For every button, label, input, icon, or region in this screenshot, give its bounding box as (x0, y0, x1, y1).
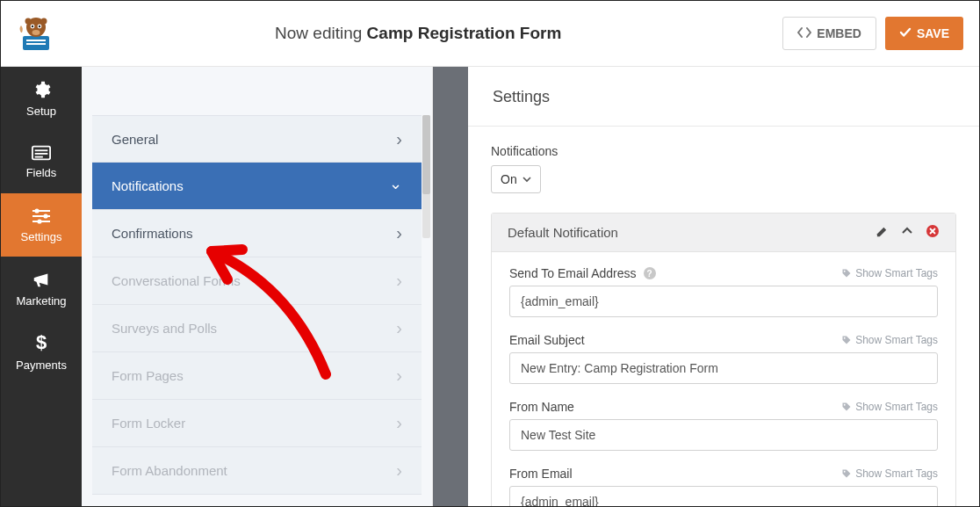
chevron-right-icon (396, 271, 402, 291)
form-name: Camp Registration Form (367, 24, 562, 42)
sliders-icon (31, 207, 52, 225)
settings-item-general[interactable]: General (92, 115, 422, 163)
field-label-email-subject: Email Subject (509, 333, 585, 347)
settings-subpanel: General Notifications Confirmations Conv… (82, 67, 433, 506)
edit-icon[interactable] (876, 225, 889, 241)
check-icon (899, 26, 912, 41)
show-smart-tags-link[interactable]: Show Smart Tags (841, 467, 938, 480)
top-header: Now editing Camp Registration Form EMBED… (1, 1, 979, 67)
settings-item-label: Conversational Forms (112, 273, 241, 288)
svg-rect-14 (35, 156, 43, 157)
svg-point-9 (25, 18, 32, 25)
nav-marketing[interactable]: Marketing (1, 257, 82, 320)
email-subject-input[interactable] (509, 352, 938, 384)
code-icon (797, 26, 811, 41)
smart-tags-label: Show Smart Tags (855, 401, 938, 413)
smart-tags-label: Show Smart Tags (855, 334, 938, 346)
svg-point-10 (41, 18, 47, 25)
chevron-right-icon (396, 129, 402, 149)
settings-item-label: Confirmations (112, 226, 193, 241)
svg-point-6 (32, 25, 33, 27)
nav-label: Marketing (16, 294, 66, 308)
svg-text:$: $ (36, 332, 47, 353)
embed-button[interactable]: EMBED (782, 17, 876, 50)
svg-point-26 (844, 471, 846, 473)
settings-item-confirmations[interactable]: Confirmations (92, 210, 422, 257)
chevron-right-icon (396, 223, 402, 243)
tag-icon (841, 335, 852, 345)
nav-settings[interactable]: Settings (1, 193, 82, 257)
settings-item-label: General (112, 132, 158, 147)
tag-icon (841, 402, 852, 412)
settings-item-surveys-polls[interactable]: Surveys and Polls (92, 305, 422, 352)
scrollbar-thumb[interactable] (422, 115, 430, 194)
svg-point-20 (37, 219, 41, 223)
nav-setup[interactable]: Setup (1, 67, 82, 130)
svg-point-25 (844, 404, 846, 406)
settings-item-form-abandonment[interactable]: Form Abandonment (92, 447, 422, 495)
notification-card: Default Notification (491, 213, 956, 506)
nav-label: Settings (21, 230, 62, 243)
notifications-label: Notifications (491, 144, 956, 158)
svg-point-7 (39, 25, 40, 27)
show-smart-tags-link[interactable]: Show Smart Tags (841, 401, 938, 413)
from-name-input[interactable] (509, 419, 938, 451)
main-title: Settings (468, 67, 979, 127)
delete-icon[interactable] (926, 224, 940, 241)
svg-rect-12 (35, 149, 48, 151)
app-logo (10, 13, 62, 54)
settings-item-label: Notifications (112, 178, 184, 193)
main-content: Settings Notifications On Default Notifi… (468, 67, 979, 506)
svg-rect-13 (35, 153, 48, 155)
settings-item-conversational-forms[interactable]: Conversational Forms (92, 257, 422, 305)
from-email-input[interactable] (509, 486, 938, 506)
editing-prefix: Now editing (275, 24, 362, 42)
show-smart-tags-link[interactable]: Show Smart Tags (841, 334, 938, 346)
field-label-send-to: Send To Email Address ? (509, 266, 656, 280)
chevron-right-icon (396, 318, 402, 338)
svg-rect-2 (26, 43, 46, 45)
chevron-right-icon (396, 460, 402, 481)
svg-rect-1 (26, 40, 46, 41)
field-label-from-email: From Email (509, 467, 573, 481)
card-title: Default Notification (508, 225, 618, 240)
svg-point-19 (43, 214, 47, 218)
svg-point-8 (32, 30, 40, 35)
nav-rail: Setup Fields Settings Marketing $ Paymen… (1, 67, 82, 506)
svg-point-24 (844, 337, 846, 339)
chevron-down-icon (522, 172, 531, 186)
settings-item-form-locker[interactable]: Form Locker (92, 400, 422, 447)
save-button[interactable]: SAVE (885, 17, 963, 50)
settings-item-form-pages[interactable]: Form Pages (92, 352, 422, 400)
smart-tags-label: Show Smart Tags (855, 267, 938, 279)
chevron-down-icon (389, 177, 402, 196)
svg-point-23 (844, 271, 846, 272)
settings-item-label: Form Abandonment (112, 463, 227, 478)
chevron-right-icon (396, 413, 402, 433)
send-to-email-input[interactable] (509, 286, 938, 317)
help-icon[interactable]: ? (644, 267, 656, 279)
scrollbar[interactable] (422, 115, 430, 238)
svg-point-18 (34, 208, 39, 213)
gear-icon (32, 80, 51, 99)
tag-icon (841, 268, 852, 279)
panel-divider (433, 67, 468, 506)
dollar-icon: $ (34, 332, 48, 353)
select-value: On (501, 172, 517, 186)
nav-payments[interactable]: $ Payments (1, 320, 82, 383)
show-smart-tags-link[interactable]: Show Smart Tags (841, 267, 938, 279)
nav-label: Payments (16, 359, 67, 372)
settings-item-label: Surveys and Polls (112, 321, 217, 336)
nav-label: Fields (26, 166, 57, 179)
save-label: SAVE (917, 26, 949, 40)
notifications-toggle-select[interactable]: On (491, 165, 541, 193)
chevron-right-icon (396, 366, 402, 386)
page-title: Now editing Camp Registration Form (62, 24, 774, 43)
settings-item-label: Form Locker (112, 416, 185, 431)
megaphone-icon (32, 270, 51, 289)
nav-label: Setup (26, 105, 56, 118)
nav-fields[interactable]: Fields (1, 130, 82, 193)
settings-item-notifications[interactable]: Notifications (92, 163, 422, 210)
tag-icon (841, 468, 852, 479)
collapse-icon[interactable] (901, 225, 913, 240)
